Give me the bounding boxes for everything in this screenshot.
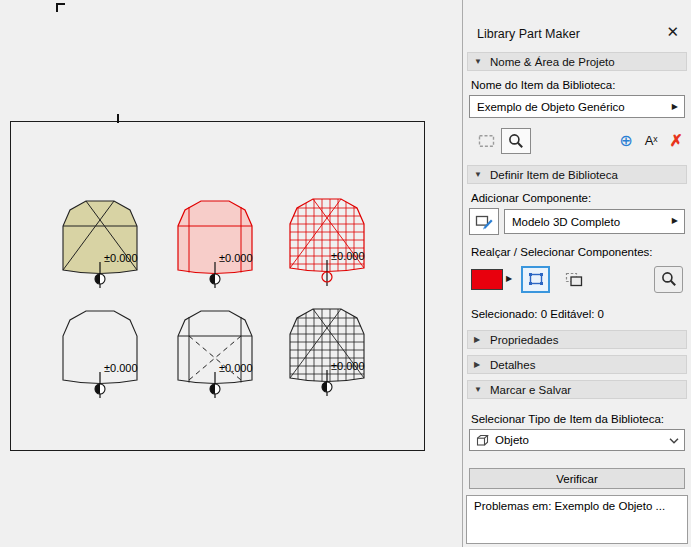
name-actions: ⊕ Aˣ ✗ (619, 133, 683, 149)
preview-zoom-button[interactable] (501, 128, 531, 154)
preview-3d-mesh-wireframe[interactable]: ±0.000 (285, 304, 395, 412)
zoom-to-selection-button[interactable] (654, 266, 683, 293)
component-type-value: Modelo 3D Completo (512, 216, 620, 228)
marquee-select-icon (528, 272, 544, 286)
origin-marker-icon (207, 262, 223, 288)
edit-component-button[interactable] (469, 208, 499, 235)
preview-3d-model-wireframe[interactable]: ±0.000 (173, 306, 283, 414)
multi-select-button[interactable] (559, 266, 588, 293)
component-row: Modelo 3D Completo ▶ (469, 208, 685, 235)
origin-tick (117, 114, 119, 123)
elevation-label: ±0.000 (331, 250, 365, 262)
section-header-marcar-salvar[interactable]: ▼ Marcar e Salvar (467, 380, 687, 399)
select-components-button[interactable] (521, 266, 550, 293)
library-type-select[interactable]: Objeto (469, 429, 685, 451)
overlapping-rects-icon (565, 272, 583, 287)
library-type-value: Objeto (495, 434, 529, 446)
item-name-label: Nome do Item da Biblioteca: (471, 79, 683, 92)
magnifier-icon (508, 133, 524, 149)
magnifier-icon (661, 271, 677, 287)
section-label: Marcar e Salvar (490, 384, 571, 396)
origin-marker-icon (92, 262, 108, 288)
flyout-arrow-icon: ▶ (672, 217, 678, 225)
highlight-color-swatch[interactable] (471, 269, 503, 290)
panel-title: Library Part Maker (477, 27, 580, 41)
symbol-frame-button[interactable] (471, 128, 501, 154)
origin-marker-icon (92, 372, 108, 398)
dashed-rect-icon (478, 134, 495, 148)
component-edit-icon (475, 214, 494, 230)
origin-marker-icon (319, 370, 335, 396)
elevation-label: ±0.000 (104, 362, 138, 374)
library-type-label: Selecionar Tipo de Item da Biblioteca: (471, 413, 683, 426)
close-icon[interactable]: ✕ (666, 24, 679, 39)
section-label: Nome & Área de Projeto (490, 56, 615, 68)
elevation-label: ±0.000 (104, 252, 138, 264)
flyout-arrow-icon[interactable]: ▶ (506, 275, 512, 283)
section-label: Detalhes (490, 359, 535, 371)
triangle-down-icon: ▼ (474, 386, 483, 394)
name-toolbar: ⊕ Aˣ ✗ (471, 127, 683, 154)
elevation-label: ±0.000 (331, 360, 365, 372)
triangle-right-icon: ▶ (474, 361, 483, 369)
preview-3d-mesh-highlight[interactable]: ±0.000 (285, 194, 395, 302)
highlight-select-label: Realçar / Selecionar Componentes: (471, 246, 683, 259)
library-part-maker-panel: Library Part Maker ✕ ▼ Nome & Área de Pr… (462, 0, 691, 547)
section-label: Definir Item de Biblioteca (490, 169, 618, 181)
triangle-down-icon: ▼ (474, 171, 483, 179)
add-icon[interactable]: ⊕ (619, 133, 632, 149)
origin-marker-icon (319, 260, 335, 286)
section-label: Propriedades (490, 334, 558, 346)
section-header-definir[interactable]: ▼ Definir Item de Biblioteca (467, 165, 687, 184)
flyout-arrow-icon: ▶ (672, 103, 678, 111)
panel-titlebar: Library Part Maker ✕ (463, 0, 691, 46)
preview-2d-symbol-plain[interactable]: ±0.000 (58, 306, 168, 414)
component-type-dropdown[interactable]: Modelo 3D Completo ▶ (504, 209, 685, 234)
triangle-down-icon: ▼ (474, 58, 483, 66)
section-header-propriedades[interactable]: ▶ Propriedades (467, 330, 687, 349)
verify-button[interactable]: Verificar (469, 468, 685, 489)
highlight-row: ▶ (471, 264, 683, 294)
elevation-label: ±0.000 (219, 252, 253, 264)
triangle-right-icon: ▶ (474, 336, 483, 344)
ruler-corner-mark (56, 3, 65, 12)
origin-marker-icon (207, 372, 223, 398)
elevation-label: ±0.000 (219, 362, 253, 374)
preview-3d-model-filled[interactable]: ±0.000 (173, 196, 283, 304)
problems-text: Problemas em: Exemplo de Objeto ... (474, 500, 665, 512)
drawing-canvas[interactable]: ±0.000 ±0.000 ±0.000 (0, 0, 462, 547)
add-component-label: Adicionar Componente: (471, 192, 683, 205)
selection-status: Selecionado: 0 Editável: 0 (471, 308, 683, 321)
rename-icon[interactable]: Aˣ (645, 134, 658, 147)
chevron-down-icon (669, 438, 679, 444)
section-header-nome-area[interactable]: ▼ Nome & Área de Projeto (467, 52, 687, 71)
library-item-name-dropdown[interactable]: Exemplo de Objeto Genérico ▶ (469, 95, 685, 118)
object-icon (476, 434, 489, 447)
section-header-detalhes[interactable]: ▶ Detalhes (467, 355, 687, 374)
problems-list[interactable]: Problemas em: Exemplo de Objeto ... (466, 495, 688, 544)
preview-2d-symbol-filled[interactable]: ±0.000 (58, 196, 168, 304)
delete-icon[interactable]: ✗ (670, 133, 683, 149)
library-item-name-value: Exemplo de Objeto Genérico (477, 101, 625, 113)
